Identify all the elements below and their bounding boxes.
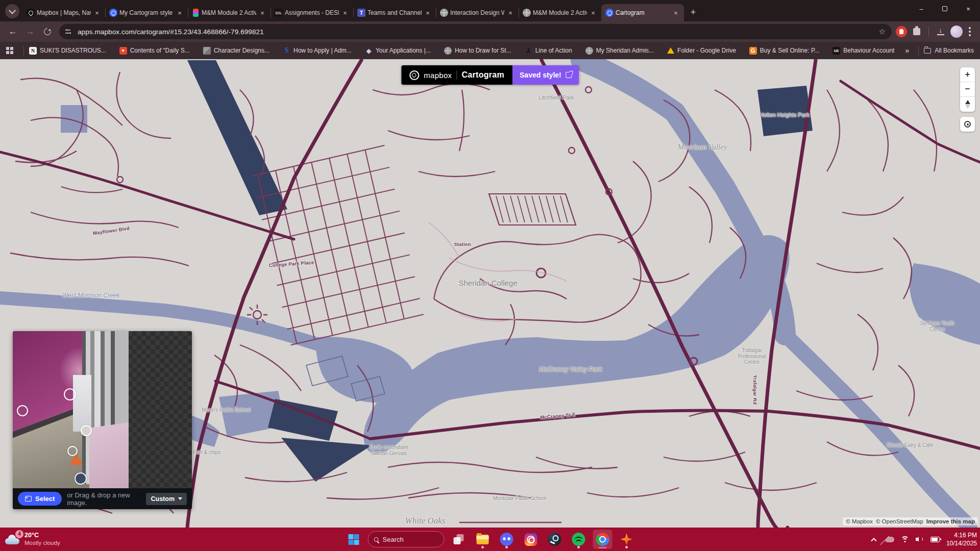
chrome-button[interactable]: [593, 530, 612, 549]
browser-tab[interactable]: M&M Module 2 Activity 1×: [188, 4, 271, 21]
bookmark-item[interactable]: SHow to Apply | Adm...: [283, 47, 352, 55]
bookmarks-overflow-chevron[interactable]: »: [905, 46, 910, 55]
wifi-icon[interactable]: [901, 536, 909, 542]
photo-pink-panel: [89, 422, 129, 488]
compass-north-icon: [965, 100, 970, 104]
all-bookmarks-button[interactable]: All Bookmarks: [924, 47, 974, 54]
hidden-icons-chevron[interactable]: [869, 535, 878, 544]
task-view-button[interactable]: [449, 530, 469, 549]
browser-tab[interactable]: Cartogram×: [601, 4, 684, 21]
browser-tab[interactable]: M&M Module 2 Activity 1×: [519, 4, 601, 21]
menu-kebab-icon[interactable]: [969, 31, 971, 33]
bookmark-item[interactable]: ◆Your Applications |...: [365, 47, 431, 55]
zoom-out-button[interactable]: −: [960, 82, 975, 97]
browser-tab[interactable]: TTeams and Channels | Gen×: [353, 4, 436, 21]
cartogram-header: mapbox Cartogram Saved style!: [401, 65, 579, 85]
notification-badge: 4: [15, 530, 23, 538]
saved-style-button[interactable]: Saved style!: [512, 65, 579, 85]
apps-grid-icon[interactable]: [6, 47, 13, 54]
volume-icon[interactable]: [916, 536, 924, 543]
steam-button[interactable]: [545, 530, 565, 549]
tab-close-button[interactable]: ×: [506, 9, 514, 17]
color-sample-point[interactable]: [67, 446, 78, 456]
taskbar-apps: Search: [344, 530, 636, 549]
compass-south-icon: [965, 105, 970, 109]
bookmark-item[interactable]: Character Designs...: [203, 47, 270, 55]
extensions-button[interactable]: [909, 24, 924, 39]
custom-dropdown[interactable]: Custom: [146, 493, 187, 505]
onedrive-paused-icon[interactable]: [885, 535, 894, 544]
sblue-bookmark-icon: S: [283, 47, 290, 55]
start-button[interactable]: [344, 530, 363, 549]
browser-tab[interactable]: Interaction Design Week (×: [436, 4, 519, 21]
sample-photo[interactable]: [13, 331, 129, 488]
address-bar[interactable]: apps.mapbox.com/cartogram/#15.23/43.4688…: [59, 24, 892, 39]
select-image-button[interactable]: Select: [18, 492, 62, 506]
battery-icon[interactable]: [930, 535, 940, 544]
close-button[interactable]: ×: [957, 0, 980, 17]
instagram-button[interactable]: [521, 530, 541, 549]
maximize-button[interactable]: [933, 0, 957, 17]
improve-map-link[interactable]: Improve this map: [926, 518, 975, 524]
taskbar-search[interactable]: Search: [368, 531, 445, 547]
clock[interactable]: 4:16 PM 10/14/2025: [946, 531, 977, 547]
zoom-in-button[interactable]: +: [960, 67, 975, 82]
heart-bookmark-icon: ♥: [119, 47, 127, 55]
adblock-extension-icon[interactable]: [896, 26, 907, 37]
bookmark-item[interactable]: My Sheridan Admis...: [585, 47, 654, 55]
mapbox-brand: mapbox Cartogram: [401, 65, 512, 85]
tab-close-button[interactable]: ×: [589, 9, 597, 17]
tab-close-button[interactable]: ×: [258, 9, 266, 17]
compass-button[interactable]: [960, 97, 975, 112]
color-sample-point[interactable]: [81, 425, 92, 436]
tab-search-button[interactable]: [5, 4, 19, 18]
task-view-icon: [454, 534, 464, 544]
color-sample-point[interactable]: [64, 388, 76, 400]
browser-tab[interactable]: Mapbox | Maps, Navigatio×: [22, 4, 105, 21]
bookmark-item[interactable]: Folder - Google Drive: [667, 47, 736, 54]
bookmark-item[interactable]: bEBehaviour Account: [832, 47, 894, 55]
star-app-button[interactable]: [617, 530, 636, 549]
back-button[interactable]: ←: [5, 24, 20, 39]
globe-favicon: [440, 9, 448, 17]
downloads-button[interactable]: [933, 24, 948, 39]
external-link-icon: [566, 72, 572, 78]
attribution-mapbox[interactable]: © Mapbox: [846, 518, 873, 524]
geolocate-button[interactable]: [960, 117, 975, 132]
bookmark-star-icon[interactable]: ☆: [879, 27, 886, 36]
profile-avatar[interactable]: [950, 26, 963, 38]
drive-bookmark-icon: [667, 47, 674, 54]
site-settings-icon[interactable]: [65, 29, 72, 35]
tab-close-button[interactable]: ×: [341, 9, 349, 17]
discord-button[interactable]: [497, 530, 517, 549]
tab-close-button[interactable]: ×: [93, 9, 101, 17]
tab-close-button[interactable]: ×: [176, 9, 184, 17]
map-canvas[interactable]: Litchfield ParkMorrison ValleyHolton Hei…: [0, 59, 980, 528]
tab-close-button[interactable]: ×: [672, 9, 680, 17]
bookmarks-bar: NSUKI'S DISASTROUS...♥Contents of "Daily…: [0, 42, 980, 59]
bookmark-item[interactable]: λLine of Action: [525, 47, 572, 55]
url-text[interactable]: apps.mapbox.com/cartogram/#15.23/43.4688…: [78, 28, 264, 36]
spotify-button[interactable]: [569, 530, 589, 549]
tab-close-button[interactable]: ×: [424, 9, 432, 17]
color-sample-point[interactable]: [17, 405, 28, 416]
browser-tab[interactable]: D2LAssignments - DESN2742×: [271, 4, 353, 21]
bookmark-label: Character Designs...: [214, 47, 270, 54]
browser-tab[interactable]: My Cartogram style | Map×: [105, 4, 188, 21]
file-explorer-button[interactable]: [473, 530, 493, 549]
new-tab-button[interactable]: +: [686, 5, 700, 19]
attribution-osm[interactable]: © OpenStreetMap: [876, 518, 923, 524]
bookmarks-divider: [23, 46, 24, 55]
bookmark-item[interactable]: ♥Contents of "Daily S...: [119, 47, 190, 55]
minimize-button[interactable]: –: [910, 0, 933, 17]
reload-button[interactable]: [40, 24, 55, 39]
bookmark-item[interactable]: How to Draw for St...: [444, 47, 511, 55]
cube-bookmark-icon: [203, 47, 211, 55]
bookmark-item[interactable]: GBuy & Sell Online: P...: [749, 47, 820, 55]
bookmarks-list: NSUKI'S DISASTROUS...♥Contents of "Daily…: [29, 47, 901, 55]
weather-widget[interactable]: 4 20°C Mostly cloudy: [5, 532, 60, 546]
bookmark-item[interactable]: NSUKI'S DISASTROUS...: [29, 47, 106, 55]
color-sample-point[interactable]: [75, 472, 87, 485]
forward-button[interactable]: →: [22, 24, 38, 39]
star-app-icon: [621, 533, 633, 545]
